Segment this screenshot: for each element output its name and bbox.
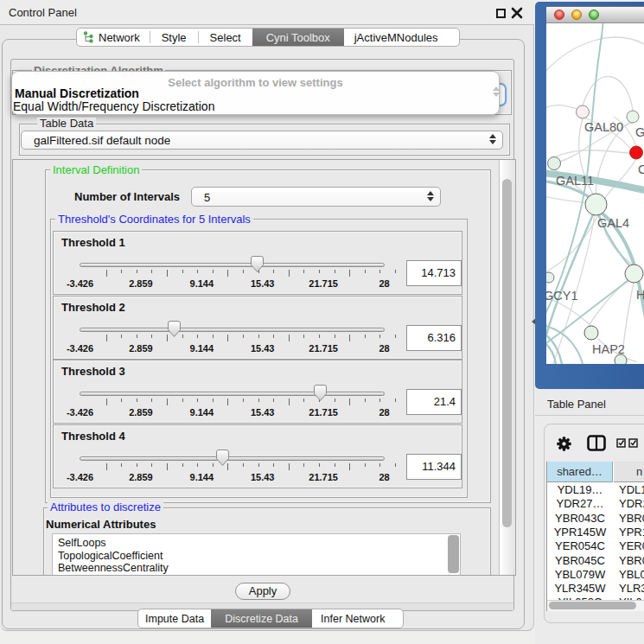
svg-text:GAL80: GAL80 xyxy=(584,120,623,134)
svg-text:GAL4: GAL4 xyxy=(597,216,629,230)
svg-text:GCY1: GCY1 xyxy=(546,289,578,303)
svg-text:C: C xyxy=(638,163,644,176)
svg-text:GAL11: GAL11 xyxy=(556,174,594,188)
svg-text:H: H xyxy=(636,288,644,302)
svg-text:GA: GA xyxy=(635,125,644,139)
svg-text:HAP2: HAP2 xyxy=(592,342,625,356)
